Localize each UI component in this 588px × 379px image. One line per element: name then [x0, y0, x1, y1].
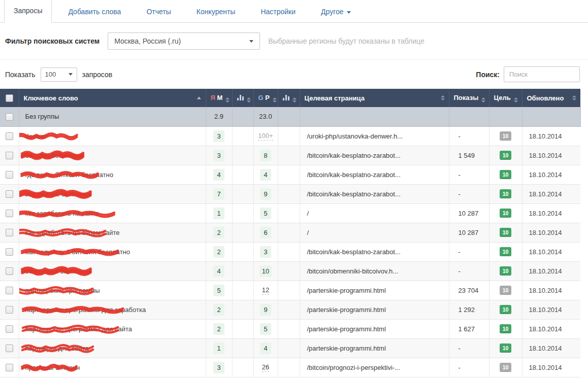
yandex-chart-cell[interactable]	[232, 300, 253, 319]
row-checkbox[interactable]	[6, 287, 13, 294]
yandex-chart-cell[interactable]	[232, 203, 253, 223]
yandex-position[interactable]: 7	[213, 188, 224, 200]
yandex-chart-cell[interactable]	[232, 358, 253, 377]
column-header-google-chart[interactable]	[278, 89, 300, 107]
select-all-checkbox[interactable]	[6, 94, 13, 102]
goal-badge[interactable]: 10	[500, 266, 511, 275]
yandex-chart-cell[interactable]	[232, 223, 253, 242]
search-input[interactable]	[504, 66, 580, 82]
google-position[interactable]: 5	[260, 208, 271, 219]
yandex-position[interactable]: 2	[213, 323, 224, 335]
google-chart-cell[interactable]	[278, 261, 300, 281]
goal-badge[interactable]: 10	[500, 286, 511, 295]
google-chart-cell[interactable]	[278, 338, 300, 358]
column-header-updated[interactable]: Обновлено	[522, 89, 580, 107]
group-name-cell[interactable]: Без группы	[19, 107, 206, 126]
google-position[interactable]: 12	[262, 286, 269, 295]
yandex-chart-cell[interactable]	[232, 261, 253, 281]
target-page-url[interactable]: /uroki-php/ustanovka-denwer.h...	[307, 132, 403, 140]
yandex-position[interactable]: 4	[213, 169, 224, 181]
target-page-url[interactable]: /	[307, 210, 309, 217]
google-chart-cell[interactable]	[278, 203, 300, 223]
column-header-yandex-moscow[interactable]: Я М	[206, 89, 232, 107]
google-chart-cell[interactable]	[278, 319, 300, 338]
yandex-position[interactable]: 2	[213, 304, 224, 316]
row-checkbox[interactable]	[6, 132, 13, 140]
google-chart-cell[interactable]	[278, 223, 300, 242]
google-position[interactable]: 6	[260, 227, 271, 238]
yandex-position[interactable]: 3	[213, 130, 224, 142]
tab-reports[interactable]: Отчеты	[137, 1, 180, 23]
target-page-url[interactable]: /bitcoin/obmenniki-bitcoivov.h...	[307, 267, 399, 275]
tab-add-words[interactable]: Добавить слова	[59, 1, 130, 23]
row-checkbox[interactable]	[6, 171, 13, 179]
google-position[interactable]: 9	[260, 188, 271, 200]
yandex-chart-cell[interactable]	[232, 281, 253, 300]
row-checkbox[interactable]	[6, 190, 13, 198]
target-page-url[interactable]: /parterskie-programmi.html	[307, 287, 386, 294]
google-chart-cell[interactable]	[278, 126, 300, 146]
goal-badge[interactable]: 10	[500, 170, 511, 179]
yandex-position[interactable]: 1	[213, 342, 224, 354]
google-position[interactable]: 4	[260, 342, 271, 354]
column-header-impressions[interactable]: Показы	[449, 89, 489, 107]
yandex-position[interactable]: 1	[213, 208, 224, 219]
target-page-url[interactable]: /bitcoin/kak-besplatno-zarabot...	[307, 190, 401, 198]
google-chart-cell[interactable]	[278, 300, 300, 319]
target-page-url[interactable]: /parterskie-programmi.html	[307, 344, 386, 352]
column-header-yandex-chart[interactable]	[232, 89, 253, 107]
goal-badge[interactable]: 10	[500, 363, 511, 372]
goal-badge[interactable]: 10	[500, 209, 511, 218]
row-checkbox[interactable]	[6, 229, 13, 236]
region-select[interactable]: Москва, Россия (.ru)	[108, 32, 260, 50]
tab-settings[interactable]: Настройки	[251, 1, 305, 23]
yandex-chart-cell[interactable]	[232, 184, 253, 203]
column-header-target-page[interactable]: Целевая страница	[300, 89, 449, 107]
row-checkbox[interactable]	[6, 344, 13, 352]
google-position[interactable]: 26	[262, 363, 269, 372]
yandex-chart-cell[interactable]	[232, 338, 253, 358]
yandex-position[interactable]: 2	[213, 227, 224, 238]
yandex-position[interactable]: 3	[213, 362, 224, 373]
google-chart-cell[interactable]	[278, 281, 300, 300]
google-position[interactable]: 3	[260, 246, 271, 258]
google-chart-cell[interactable]	[278, 242, 300, 261]
goal-badge[interactable]: 10	[500, 247, 511, 256]
google-position[interactable]: 4	[260, 169, 271, 181]
target-page-url[interactable]: /	[307, 229, 309, 236]
google-position[interactable]: 8	[260, 150, 271, 161]
yandex-chart-cell[interactable]	[232, 146, 253, 165]
goal-badge[interactable]: 10	[500, 151, 511, 160]
google-chart-cell[interactable]	[278, 146, 300, 165]
per-page-select[interactable]: 100	[41, 67, 77, 82]
yandex-position[interactable]: 2	[213, 246, 224, 258]
tab-other[interactable]: Другое	[312, 1, 360, 23]
column-header-keyword[interactable]: Ключевое слово	[19, 89, 206, 107]
row-checkbox[interactable]	[6, 306, 13, 314]
google-position[interactable]: 9	[260, 304, 271, 316]
target-page-url[interactable]: /bitcoin/kak-besplatno-zarabot...	[307, 248, 401, 256]
goal-badge[interactable]: 10	[500, 131, 511, 141]
yandex-position[interactable]: 3	[213, 150, 224, 161]
google-position[interactable]: 5	[260, 323, 271, 335]
google-chart-cell[interactable]	[278, 165, 300, 184]
row-checkbox[interactable]	[6, 210, 13, 217]
goal-badge[interactable]: 10	[500, 343, 511, 353]
yandex-chart-cell[interactable]	[232, 165, 253, 184]
target-page-url[interactable]: /bitcoin/prognozi-i-perspektivi-...	[307, 364, 401, 371]
tab-competitors[interactable]: Конкуренты	[187, 1, 245, 23]
yandex-chart-cell[interactable]	[232, 242, 253, 261]
target-page-url[interactable]: /bitcoin/kak-besplatno-zarabot...	[307, 171, 401, 179]
column-header-goal[interactable]: Цель	[489, 89, 522, 107]
yandex-chart-cell[interactable]	[232, 126, 253, 146]
row-checkbox[interactable]	[6, 267, 13, 275]
goal-badge[interactable]: 10	[500, 189, 511, 198]
yandex-chart-cell[interactable]	[232, 319, 253, 338]
row-checkbox[interactable]	[6, 113, 13, 121]
group-row[interactable]: Без группы2.923.0	[0, 107, 580, 126]
select-all-header[interactable]	[0, 89, 19, 107]
column-header-google-russia[interactable]: G P	[253, 89, 278, 107]
goal-badge[interactable]: 10	[500, 228, 511, 237]
tab-queries[interactable]: Запросы	[4, 0, 52, 23]
target-page-url[interactable]: /parterskie-programmi.html	[307, 306, 386, 314]
